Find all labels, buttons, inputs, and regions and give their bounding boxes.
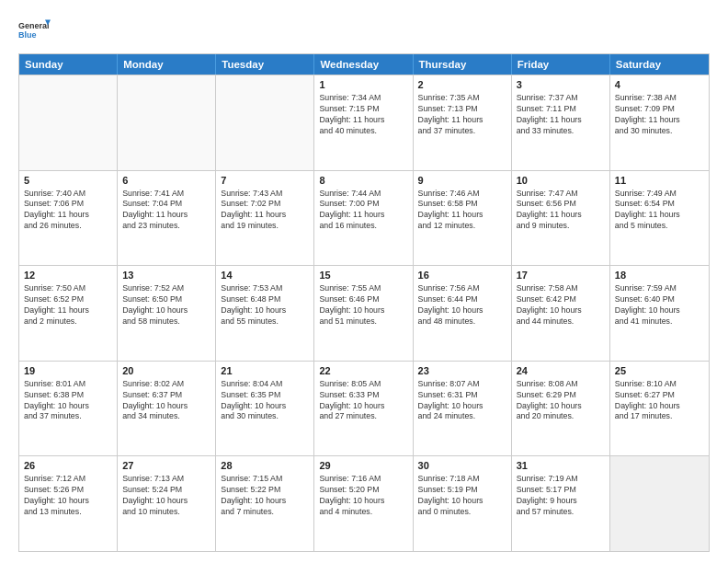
day-info-13: Sunrise: 7:52 AM Sunset: 6:50 PM Dayligh… <box>122 283 210 327</box>
day-info-4: Sunrise: 7:38 AM Sunset: 7:09 PM Dayligh… <box>615 93 704 137</box>
page: General Blue SundayMondayTuesdayWednesda… <box>0 0 728 563</box>
header-cell-monday: Monday <box>118 54 216 75</box>
day-number-28: 28 <box>221 460 309 471</box>
day-cell-20: 20Sunrise: 8:02 AM Sunset: 6:37 PM Dayli… <box>118 362 216 456</box>
calendar-header-row: SundayMondayTuesdayWednesdayThursdayFrid… <box>19 54 709 75</box>
day-info-22: Sunrise: 8:05 AM Sunset: 6:33 PM Dayligh… <box>319 379 407 423</box>
day-info-31: Sunrise: 7:19 AM Sunset: 5:17 PM Dayligh… <box>517 474 605 518</box>
logo-svg: General Blue <box>18 17 51 44</box>
day-info-10: Sunrise: 7:47 AM Sunset: 6:56 PM Dayligh… <box>517 189 605 233</box>
day-number-11: 11 <box>615 175 704 186</box>
day-number-26: 26 <box>24 460 112 471</box>
week-row-1: 1Sunrise: 7:34 AM Sunset: 7:15 PM Daylig… <box>19 75 709 170</box>
day-cell-1: 1Sunrise: 7:34 AM Sunset: 7:15 PM Daylig… <box>314 75 413 170</box>
day-cell-22: 22Sunrise: 8:05 AM Sunset: 6:33 PM Dayli… <box>314 362 413 456</box>
day-info-11: Sunrise: 7:49 AM Sunset: 6:54 PM Dayligh… <box>615 189 704 233</box>
week-row-3: 12Sunrise: 7:50 AM Sunset: 6:52 PM Dayli… <box>19 265 709 361</box>
day-cell-13: 13Sunrise: 7:52 AM Sunset: 6:50 PM Dayli… <box>118 266 216 361</box>
header-cell-friday: Friday <box>512 54 610 75</box>
day-number-18: 18 <box>615 270 704 281</box>
day-number-19: 19 <box>24 365 112 376</box>
day-number-25: 25 <box>615 365 704 376</box>
day-info-6: Sunrise: 7:41 AM Sunset: 7:04 PM Dayligh… <box>122 189 210 233</box>
day-cell-15: 15Sunrise: 7:55 AM Sunset: 6:46 PM Dayli… <box>314 266 413 361</box>
calendar-body: 1Sunrise: 7:34 AM Sunset: 7:15 PM Daylig… <box>19 75 709 551</box>
week-row-2: 5Sunrise: 7:40 AM Sunset: 7:06 PM Daylig… <box>19 170 709 266</box>
day-info-20: Sunrise: 8:02 AM Sunset: 6:37 PM Dayligh… <box>122 379 210 423</box>
day-cell-3: 3Sunrise: 7:37 AM Sunset: 7:11 PM Daylig… <box>512 75 610 170</box>
day-cell-23: 23Sunrise: 8:07 AM Sunset: 6:31 PM Dayli… <box>414 362 512 456</box>
day-cell-29: 29Sunrise: 7:16 AM Sunset: 5:20 PM Dayli… <box>314 456 413 551</box>
empty-cell-w0-2 <box>216 75 314 170</box>
day-number-4: 4 <box>615 79 704 90</box>
day-cell-17: 17Sunrise: 7:58 AM Sunset: 6:42 PM Dayli… <box>512 266 610 361</box>
day-cell-12: 12Sunrise: 7:50 AM Sunset: 6:52 PM Dayli… <box>19 266 118 361</box>
day-number-29: 29 <box>319 460 407 471</box>
empty-cell-w4-6 <box>610 456 709 551</box>
day-cell-7: 7Sunrise: 7:43 AM Sunset: 7:02 PM Daylig… <box>216 171 314 266</box>
day-info-28: Sunrise: 7:15 AM Sunset: 5:22 PM Dayligh… <box>221 474 309 518</box>
empty-cell-w0-0 <box>19 75 118 170</box>
day-cell-19: 19Sunrise: 8:01 AM Sunset: 6:38 PM Dayli… <box>19 362 118 456</box>
day-info-2: Sunrise: 7:35 AM Sunset: 7:13 PM Dayligh… <box>418 93 506 137</box>
day-number-6: 6 <box>122 175 210 186</box>
day-info-9: Sunrise: 7:46 AM Sunset: 6:58 PM Dayligh… <box>418 189 506 233</box>
day-info-7: Sunrise: 7:43 AM Sunset: 7:02 PM Dayligh… <box>221 189 309 233</box>
day-number-27: 27 <box>122 460 210 471</box>
svg-text:Blue: Blue <box>18 30 37 40</box>
week-row-4: 19Sunrise: 8:01 AM Sunset: 6:38 PM Dayli… <box>19 361 709 456</box>
header-cell-tuesday: Tuesday <box>216 54 314 75</box>
day-number-7: 7 <box>221 175 309 186</box>
day-number-22: 22 <box>319 365 407 376</box>
header-cell-saturday: Saturday <box>610 54 709 75</box>
day-info-17: Sunrise: 7:58 AM Sunset: 6:42 PM Dayligh… <box>517 283 605 327</box>
day-cell-27: 27Sunrise: 7:13 AM Sunset: 5:24 PM Dayli… <box>118 456 216 551</box>
day-info-15: Sunrise: 7:55 AM Sunset: 6:46 PM Dayligh… <box>319 283 407 327</box>
header: General Blue <box>18 17 710 44</box>
day-number-9: 9 <box>418 175 506 186</box>
day-info-29: Sunrise: 7:16 AM Sunset: 5:20 PM Dayligh… <box>319 474 407 518</box>
day-number-2: 2 <box>418 79 506 90</box>
day-info-21: Sunrise: 8:04 AM Sunset: 6:35 PM Dayligh… <box>221 379 309 423</box>
day-cell-31: 31Sunrise: 7:19 AM Sunset: 5:17 PM Dayli… <box>512 456 610 551</box>
day-number-12: 12 <box>24 270 112 281</box>
day-number-21: 21 <box>221 365 309 376</box>
day-info-3: Sunrise: 7:37 AM Sunset: 7:11 PM Dayligh… <box>517 93 605 137</box>
day-number-10: 10 <box>517 175 605 186</box>
week-row-5: 26Sunrise: 7:12 AM Sunset: 5:26 PM Dayli… <box>19 455 709 551</box>
day-cell-2: 2Sunrise: 7:35 AM Sunset: 7:13 PM Daylig… <box>414 75 512 170</box>
day-cell-4: 4Sunrise: 7:38 AM Sunset: 7:09 PM Daylig… <box>610 75 709 170</box>
day-number-1: 1 <box>319 79 407 90</box>
day-number-13: 13 <box>122 270 210 281</box>
day-info-18: Sunrise: 7:59 AM Sunset: 6:40 PM Dayligh… <box>615 283 704 327</box>
day-info-5: Sunrise: 7:40 AM Sunset: 7:06 PM Dayligh… <box>24 189 112 233</box>
day-cell-18: 18Sunrise: 7:59 AM Sunset: 6:40 PM Dayli… <box>610 266 709 361</box>
day-number-15: 15 <box>319 270 407 281</box>
day-number-30: 30 <box>418 460 506 471</box>
day-cell-24: 24Sunrise: 8:08 AM Sunset: 6:29 PM Dayli… <box>512 362 610 456</box>
day-cell-25: 25Sunrise: 8:10 AM Sunset: 6:27 PM Dayli… <box>610 362 709 456</box>
day-cell-30: 30Sunrise: 7:18 AM Sunset: 5:19 PM Dayli… <box>414 456 512 551</box>
day-info-23: Sunrise: 8:07 AM Sunset: 6:31 PM Dayligh… <box>418 379 506 423</box>
day-cell-10: 10Sunrise: 7:47 AM Sunset: 6:56 PM Dayli… <box>512 171 610 266</box>
day-number-3: 3 <box>517 79 605 90</box>
day-cell-28: 28Sunrise: 7:15 AM Sunset: 5:22 PM Dayli… <box>216 456 314 551</box>
day-cell-26: 26Sunrise: 7:12 AM Sunset: 5:26 PM Dayli… <box>19 456 118 551</box>
empty-cell-w0-1 <box>118 75 216 170</box>
day-cell-8: 8Sunrise: 7:44 AM Sunset: 7:00 PM Daylig… <box>314 171 413 266</box>
day-number-5: 5 <box>24 175 112 186</box>
day-number-31: 31 <box>517 460 605 471</box>
day-cell-16: 16Sunrise: 7:56 AM Sunset: 6:44 PM Dayli… <box>414 266 512 361</box>
calendar: SundayMondayTuesdayWednesdayThursdayFrid… <box>18 53 710 552</box>
day-cell-5: 5Sunrise: 7:40 AM Sunset: 7:06 PM Daylig… <box>19 171 118 266</box>
day-number-24: 24 <box>517 365 605 376</box>
header-cell-sunday: Sunday <box>19 54 118 75</box>
day-number-17: 17 <box>517 270 605 281</box>
day-cell-21: 21Sunrise: 8:04 AM Sunset: 6:35 PM Dayli… <box>216 362 314 456</box>
day-cell-11: 11Sunrise: 7:49 AM Sunset: 6:54 PM Dayli… <box>610 171 709 266</box>
day-info-19: Sunrise: 8:01 AM Sunset: 6:38 PM Dayligh… <box>24 379 112 423</box>
day-info-8: Sunrise: 7:44 AM Sunset: 7:00 PM Dayligh… <box>319 189 407 233</box>
day-info-30: Sunrise: 7:18 AM Sunset: 5:19 PM Dayligh… <box>418 474 506 518</box>
day-info-25: Sunrise: 8:10 AM Sunset: 6:27 PM Dayligh… <box>615 379 704 423</box>
day-info-24: Sunrise: 8:08 AM Sunset: 6:29 PM Dayligh… <box>517 379 605 423</box>
